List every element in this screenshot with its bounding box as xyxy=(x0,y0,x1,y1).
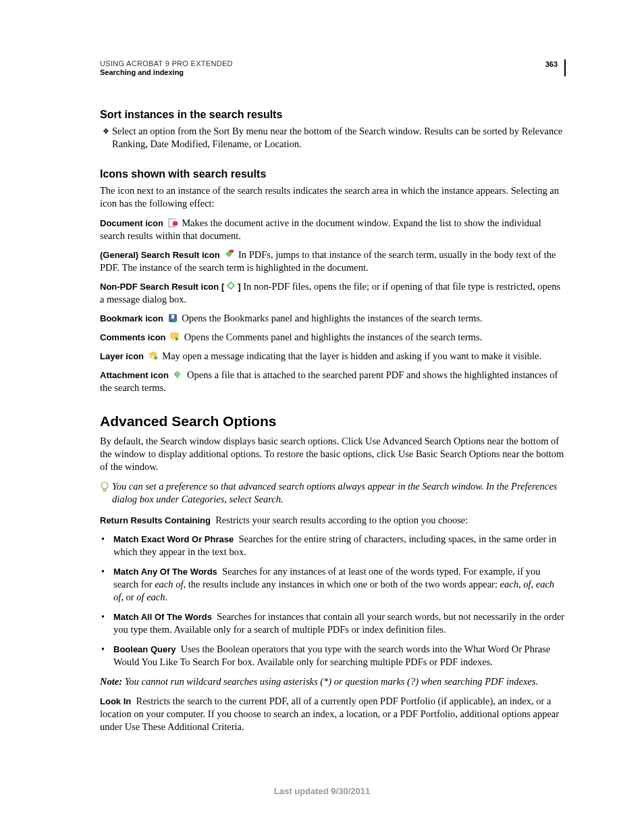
boolean-content: Boolean Query Uses the Boolean operators… xyxy=(113,643,566,669)
attachment-icon xyxy=(173,370,182,380)
header-page-number: 363 xyxy=(545,59,558,68)
em-of-each: of each xyxy=(136,592,165,602)
body-match-any-mid: , the results include any instances in w… xyxy=(183,579,500,590)
term-layer: Layer icon xyxy=(100,351,144,361)
match-any-content: Match Any Of The Words Searches for any … xyxy=(113,565,566,604)
body-document: Makes the document active in the documen… xyxy=(100,217,541,241)
comments-icon xyxy=(170,332,180,342)
section-sort: Sort instances in the search results ❖ S… xyxy=(100,109,566,151)
page-header: USING ACROBAT 9 PRO EXTENDED Searching a… xyxy=(100,59,566,76)
note-label: Note: xyxy=(100,676,122,687)
body-return: Restricts your search results according … xyxy=(215,515,468,525)
svg-point-16 xyxy=(101,482,108,489)
term-general: (General) Search Result icon xyxy=(100,250,220,260)
term-return: Return Results Containing xyxy=(100,515,211,525)
svg-marker-5 xyxy=(227,282,234,289)
header-product: USING ACROBAT 9 PRO EXTENDED xyxy=(100,59,233,68)
body-attachment: Opens a file that is attached to the sea… xyxy=(100,369,558,393)
def-layer: Layer icon May open a message indicating… xyxy=(100,350,566,363)
def-lookin: Look In Restricts the search to the curr… xyxy=(100,695,566,733)
lightbulb-icon xyxy=(100,480,112,506)
search-result-icon xyxy=(224,250,234,259)
def-bookmark: Bookmark icon Opens the Bookmarks panel … xyxy=(100,312,566,325)
heading-icons: Icons shown with search results xyxy=(100,168,566,180)
note-row: Note: You cannot run wildcard searches u… xyxy=(100,675,566,688)
bracket-open: [ xyxy=(221,282,224,292)
def-document: Document icon Makes the document active … xyxy=(100,217,566,242)
section-icons: Icons shown with search results The icon… xyxy=(100,168,566,394)
tip-text: You can set a preference so that advance… xyxy=(112,480,566,506)
page: USING ACROBAT 9 PRO EXTENDED Searching a… xyxy=(0,0,644,834)
def-nonpdf: Non-PDF Search Result icon [ ] In non-PD… xyxy=(100,280,566,306)
term-attachment: Attachment icon xyxy=(100,370,169,380)
def-attachment: Attachment icon Opens a file that is att… xyxy=(100,369,566,394)
svg-rect-2 xyxy=(173,221,178,226)
body-boolean: Uses the Boolean operators that you type… xyxy=(113,644,550,667)
term-lookin: Look In xyxy=(100,696,131,706)
item-match-all: • Match All Of The Words Searches for in… xyxy=(100,610,566,636)
nonpdf-search-result-icon xyxy=(226,282,236,291)
footer-updated: Last updated 9/30/2011 xyxy=(0,786,644,796)
sort-bullet-text: Select an option from the Sort By menu n… xyxy=(112,125,566,151)
term-document: Document icon xyxy=(100,218,163,228)
section-advanced: Advanced Search Options By default, the … xyxy=(100,413,566,733)
icons-intro: The icon next to an instance of the sear… xyxy=(100,184,566,210)
bullet-dot-icon: • xyxy=(100,533,113,558)
term-match-all: Match All Of The Words xyxy=(113,612,212,622)
def-return: Return Results Containing Restricts your… xyxy=(100,514,566,527)
body-match-any-mid2: , or xyxy=(121,592,136,602)
bracket-close: ] xyxy=(238,282,243,292)
term-match-any: Match Any Of The Words xyxy=(113,567,217,577)
header-left: USING ACROBAT 9 PRO EXTENDED Searching a… xyxy=(100,59,233,76)
body-lookin: Restricts the search to the current PDF,… xyxy=(100,696,559,732)
svg-marker-10 xyxy=(172,338,175,341)
bullet-dot-icon: • xyxy=(100,610,113,636)
bullet-dot-icon: • xyxy=(100,643,113,669)
advanced-intro: By default, the Search window displays b… xyxy=(100,435,566,473)
svg-rect-4 xyxy=(230,250,234,253)
heading-advanced: Advanced Search Options xyxy=(100,413,566,429)
em-each-of: each of xyxy=(155,579,183,590)
match-exact-content: Match Exact Word Or Phrase Searches for … xyxy=(113,533,566,558)
header-section: Searching and indexing xyxy=(100,68,233,76)
document-icon xyxy=(168,218,178,228)
body-match-any-end: . xyxy=(165,592,168,602)
def-general: (General) Search Result icon In PDFs, ju… xyxy=(100,249,566,274)
body-bookmark: Opens the Bookmarks panel and highlights… xyxy=(182,313,482,323)
term-comments: Comments icon xyxy=(100,332,166,342)
match-all-content: Match All Of The Words Searches for inst… xyxy=(113,610,566,636)
bookmark-icon xyxy=(168,313,178,323)
term-bookmark: Bookmark icon xyxy=(100,313,163,323)
heading-sort: Sort instances in the search results xyxy=(100,109,566,121)
svg-rect-17 xyxy=(103,489,106,492)
item-match-exact: • Match Exact Word Or Phrase Searches fo… xyxy=(100,533,566,558)
note-body: You cannot run wildcard searches using a… xyxy=(125,676,538,687)
body-comments: Opens the Comments panel and highlights … xyxy=(184,332,482,342)
term-nonpdf: Non-PDF Search Result icon xyxy=(100,282,219,292)
term-match-exact: Match Exact Word Or Phrase xyxy=(113,534,234,544)
term-boolean: Boolean Query xyxy=(113,644,176,654)
body-layer: May open a message indicating that the l… xyxy=(162,350,541,361)
def-comments: Comments icon Opens the Comments panel a… xyxy=(100,331,566,344)
diamond-bullet-icon: ❖ xyxy=(100,125,112,151)
bullet-dot-icon: • xyxy=(100,565,113,604)
svg-rect-9 xyxy=(171,333,178,338)
layer-icon xyxy=(149,351,158,361)
tip-row: You can set a preference so that advance… xyxy=(100,480,566,506)
sort-bullet-row: ❖ Select an option from the Sort By menu… xyxy=(100,125,566,151)
item-boolean: • Boolean Query Uses the Boolean operato… xyxy=(100,643,566,669)
item-match-any: • Match Any Of The Words Searches for an… xyxy=(100,565,566,604)
